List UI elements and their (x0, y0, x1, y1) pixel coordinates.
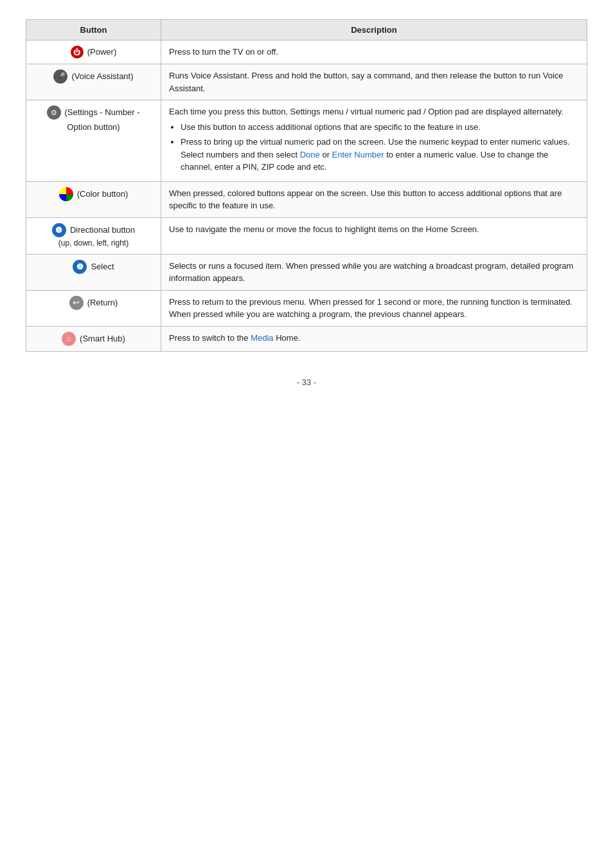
return-icon: ↩ (69, 296, 84, 310)
settings-button-cell: ⚙ (Settings - Number - Option button) (34, 105, 153, 134)
table-row: ❶ Directional button (up, down, left, ri… (26, 217, 587, 254)
table-row: 🎤 (Voice Assistant) Runs Voice Assistant… (26, 64, 587, 100)
color-button-icon (59, 187, 73, 201)
color-desc-text: When pressed, colored buttons appear on … (169, 188, 562, 211)
smarthub-desc-text: Press to switch to the Media Home. (169, 333, 301, 343)
desc-cell-voice-assistant: Runs Voice Assistant. Press and hold the… (161, 64, 587, 100)
desc-cell-directional: Use to navigate the menu or move the foc… (161, 217, 587, 254)
button-cell-color: (Color button) (26, 181, 161, 217)
settings-desc-list: Use this button to access additional opt… (181, 121, 579, 174)
power-desc-text: Press to turn the TV on or off. (169, 47, 278, 57)
return-desc-text: Press to return to the previous menu. Wh… (169, 297, 573, 320)
directional-subtext: (up, down, left, right) (34, 237, 153, 249)
button-cell-power: ⏻ (Power) (26, 41, 161, 64)
page-footer: - 33 - (26, 377, 587, 387)
desc-cell-return: Press to return to the previous menu. Wh… (161, 290, 587, 326)
voice-assistant-button-label: (Voice Assistant) (71, 70, 133, 83)
select-icon: ❷ (73, 260, 87, 274)
button-table: Button Description ⏻ (Power) Press to tu… (26, 19, 587, 352)
desc-cell-settings: Each time you press this button, Setting… (161, 100, 587, 182)
power-icon: ⏻ (71, 46, 84, 59)
select-button-cell: ❷ Select (34, 260, 153, 274)
settings-desc-intro: Each time you press this button, Setting… (169, 105, 579, 118)
button-cell-voice-assistant: 🎤 (Voice Assistant) (26, 64, 161, 100)
desc-cell-color: When pressed, colored buttons appear on … (161, 181, 587, 217)
power-button-label: (Power) (87, 46, 117, 59)
directional-button-cell: ❶ Directional button (34, 223, 153, 237)
return-button-cell: ↩ (Return) (34, 296, 153, 310)
directional-desc-text: Use to navigate the menu or move the foc… (169, 224, 479, 234)
table-row: ⚙ (Settings - Number - Option button) Ea… (26, 100, 587, 182)
table-row: (Color button) When pressed, colored but… (26, 181, 587, 217)
desc-cell-select: Selects or runs a focused item. When pre… (161, 254, 587, 290)
col-header-button: Button (26, 20, 161, 41)
button-cell-directional: ❶ Directional button (up, down, left, ri… (26, 217, 161, 254)
desc-cell-smarthub: Press to switch to the Media Home. (161, 326, 587, 351)
settings-icon: ⚙ (47, 105, 61, 120)
color-button-cell: (Color button) (34, 187, 153, 201)
settings-button-label: (Settings - Number - (64, 106, 139, 119)
col-header-desc: Description (161, 20, 587, 41)
color-button-label: (Color button) (77, 188, 128, 201)
table-row: ⌂ (Smart Hub) Press to switch to the Med… (26, 326, 587, 351)
table-row: ↩ (Return) Press to return to the previo… (26, 290, 587, 326)
voice-assistant-icon: 🎤 (53, 69, 67, 84)
settings-icon-label: ⚙ (Settings - Number - (47, 105, 139, 120)
settings-bullet-2: Press to bring up the virtual numeric pa… (181, 136, 579, 174)
directional-button-label: Directional button (70, 224, 135, 237)
directional-icon: ❶ (52, 223, 66, 237)
button-cell-select: ❷ Select (26, 254, 161, 290)
table-row: ❷ Select Selects or runs a focused item.… (26, 254, 587, 290)
page-wrapper: Button Description ⏻ (Power) Press to tu… (26, 19, 587, 387)
smarthub-button-label: (Smart Hub) (80, 332, 125, 345)
done-link[interactable]: Done (300, 150, 320, 159)
enter-number-link[interactable]: Enter Number (332, 150, 384, 159)
media-link[interactable]: Media (251, 333, 273, 343)
smarthub-icon: ⌂ (62, 332, 76, 346)
button-cell-return: ↩ (Return) (26, 290, 161, 326)
select-button-label: Select (91, 260, 114, 273)
button-cell-smarthub: ⌂ (Smart Hub) (26, 326, 161, 351)
page-number: - 33 - (297, 377, 316, 387)
button-cell-settings: ⚙ (Settings - Number - Option button) (26, 100, 161, 182)
desc-cell-power: Press to turn the TV on or off. (161, 41, 587, 64)
voice-assistant-button-cell: 🎤 (Voice Assistant) (34, 69, 153, 84)
voice-assistant-desc-text: Runs Voice Assistant. Press and hold the… (169, 71, 564, 93)
select-desc-text: Selects or runs a focused item. When pre… (169, 261, 573, 284)
settings-bullet-1: Use this button to access additional opt… (181, 121, 579, 134)
power-button-cell: ⏻ (Power) (34, 46, 153, 59)
table-row: ⏻ (Power) Press to turn the TV on or off… (26, 41, 587, 64)
settings-button-label2: Option button) (67, 121, 120, 134)
return-button-label: (Return) (87, 296, 118, 309)
smarthub-button-cell: ⌂ (Smart Hub) (34, 332, 153, 346)
